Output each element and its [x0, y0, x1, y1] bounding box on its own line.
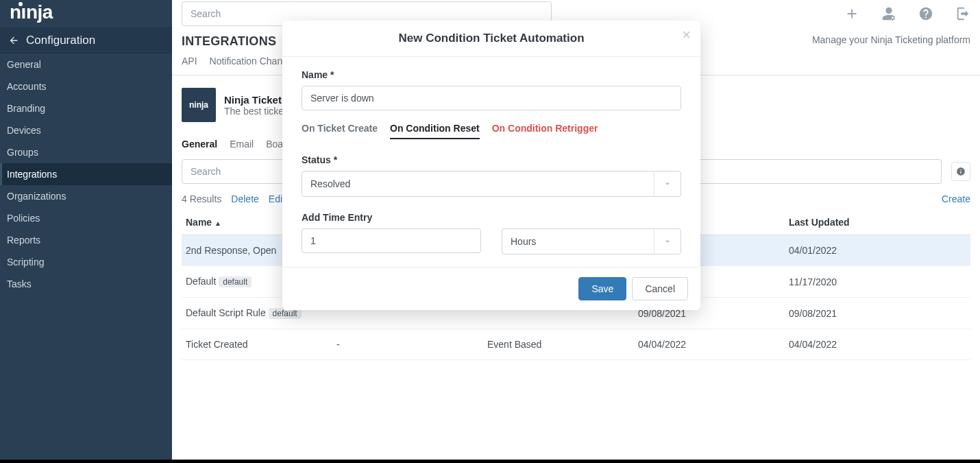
time-unit-value: Hours	[511, 236, 536, 247]
status-label: Status *	[302, 154, 681, 165]
chevron-down-icon	[663, 179, 672, 189]
status-select[interactable]: Resolved	[302, 171, 681, 197]
modal-body: Name * On Ticket Create On Condition Res…	[282, 57, 700, 267]
tab-on-create[interactable]: On Ticket Create	[302, 123, 378, 139]
chevron-down-icon	[663, 237, 672, 246]
cancel-button[interactable]: Cancel	[632, 277, 688, 300]
tab-on-reset[interactable]: On Condition Reset	[390, 123, 480, 139]
tab-on-retrigger[interactable]: On Condition Retrigger	[492, 123, 598, 139]
modal-title: New Condition Ticket Automation	[398, 32, 584, 45]
close-icon[interactable]: ×	[682, 27, 691, 43]
modal-header: New Condition Ticket Automation ×	[282, 21, 700, 57]
name-input[interactable]	[302, 86, 681, 110]
modal-tabs: On Ticket Create On Condition Reset On C…	[302, 123, 681, 139]
time-value-input[interactable]	[302, 228, 481, 253]
name-label: Name *	[302, 69, 681, 80]
status-value: Resolved	[310, 178, 350, 189]
modal-footer: Save Cancel	[282, 267, 700, 310]
time-label: Add Time Entry	[302, 212, 681, 223]
automation-modal: New Condition Ticket Automation × Name *…	[282, 21, 700, 310]
time-unit-select[interactable]: Hours	[502, 228, 681, 254]
save-button[interactable]: Save	[578, 277, 626, 300]
